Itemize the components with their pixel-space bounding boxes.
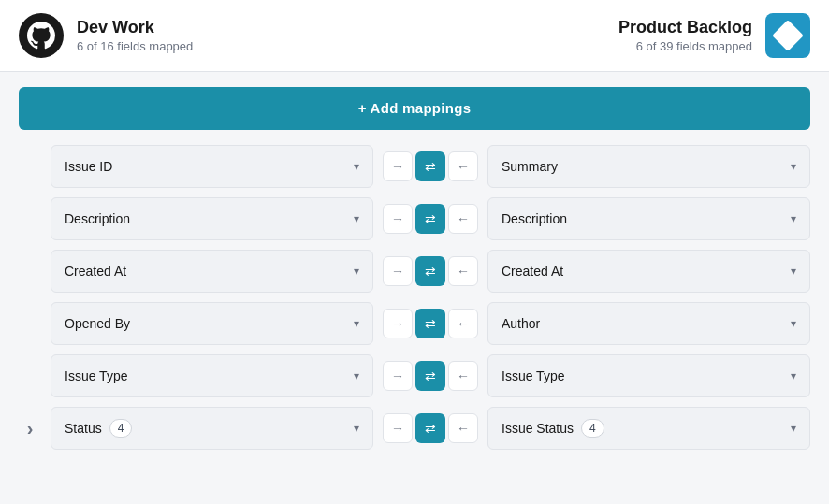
- target-field-5[interactable]: Issue Type▾: [487, 354, 810, 397]
- target-field-3[interactable]: Created At▾: [487, 250, 810, 293]
- direction-controls: →⇄←: [383, 413, 478, 443]
- add-mappings-button[interactable]: + Add mappings: [19, 87, 810, 130]
- diamond-shape: [772, 20, 804, 51]
- arrow-right-button[interactable]: →: [383, 256, 413, 286]
- direction-controls: →⇄←: [383, 361, 478, 391]
- arrow-left-button[interactable]: ←: [448, 256, 478, 286]
- target-field-2[interactable]: Description▾: [487, 197, 810, 240]
- target-chevron-icon: ▾: [791, 160, 796, 173]
- arrow-right-button[interactable]: →: [383, 151, 413, 181]
- target-field-label: Issue Status4: [502, 419, 604, 438]
- source-fields-mapped: 6 of 16 fields mapped: [77, 39, 193, 53]
- source-chevron-icon: ▾: [354, 212, 359, 225]
- target-field-label: Issue Type: [502, 368, 564, 383]
- source-field-4[interactable]: Opened By▾: [51, 302, 373, 345]
- source-logo: [19, 13, 64, 58]
- mapping-row: ›Issue Type▾→⇄←Issue Type▾: [19, 354, 810, 397]
- arrow-left-button[interactable]: ←: [448, 151, 478, 181]
- source-chevron-icon: ▾: [354, 317, 359, 330]
- source-field-label: Status4: [65, 419, 132, 438]
- source-name: Dev Work: [77, 18, 193, 37]
- source-field-label: Created At: [65, 264, 126, 279]
- direction-controls: →⇄←: [383, 309, 478, 338]
- direction-controls: →⇄←: [383, 151, 478, 181]
- direction-controls: →⇄←: [383, 204, 478, 234]
- arrow-right-button[interactable]: →: [383, 204, 413, 234]
- source-field-5[interactable]: Issue Type▾: [51, 354, 373, 397]
- target-section: Product Backlog 6 of 39 fields mapped: [618, 13, 810, 58]
- mapping-row: ›Opened By▾→⇄←Author▾: [19, 302, 810, 345]
- source-field-label: Opened By: [65, 316, 130, 331]
- source-field-badge: 4: [109, 419, 133, 438]
- target-chevron-icon: ▾: [791, 212, 796, 225]
- target-chevron-icon: ▾: [791, 317, 796, 330]
- mapping-row: ›Created At▾→⇄←Created At▾: [19, 250, 810, 293]
- source-chevron-icon: ▾: [354, 369, 359, 382]
- arrow-left-button[interactable]: ←: [448, 413, 478, 443]
- source-field-6[interactable]: Status4▾: [51, 407, 373, 450]
- target-field-badge: 4: [581, 419, 604, 438]
- arrow-left-button[interactable]: ←: [448, 361, 478, 391]
- arrows-both-button[interactable]: ⇄: [415, 413, 445, 443]
- source-field-label: Description: [65, 211, 130, 226]
- arrows-both-button[interactable]: ⇄: [415, 204, 445, 234]
- source-field-label: Issue Type: [65, 368, 127, 383]
- target-field-label: Created At: [502, 264, 563, 279]
- arrows-both-button[interactable]: ⇄: [415, 361, 445, 391]
- add-mappings-label: + Add mappings: [358, 100, 472, 116]
- expand-button[interactable]: ›: [19, 417, 41, 439]
- source-section: Dev Work 6 of 16 fields mapped: [19, 13, 193, 58]
- mappings-list: ›Issue ID▾→⇄←Summary▾›Description▾→⇄←Des…: [0, 145, 829, 450]
- source-chevron-icon: ▾: [354, 265, 359, 278]
- direction-controls: →⇄←: [383, 256, 478, 286]
- source-field-label: Issue ID: [65, 159, 112, 174]
- target-chevron-icon: ▾: [791, 369, 796, 382]
- target-field-label: Description: [502, 211, 567, 226]
- source-field-2[interactable]: Description▾: [51, 197, 373, 240]
- target-logo: [765, 13, 810, 58]
- target-name: Product Backlog: [618, 18, 752, 37]
- source-field-3[interactable]: Created At▾: [51, 250, 373, 293]
- github-icon: [27, 22, 55, 50]
- arrow-right-button[interactable]: →: [383, 309, 413, 338]
- source-field-1[interactable]: Issue ID▾: [51, 145, 373, 188]
- target-field-label: Author: [502, 316, 540, 331]
- target-field-6[interactable]: Issue Status4▾: [487, 407, 810, 450]
- header: Dev Work 6 of 16 fields mapped Product B…: [0, 0, 829, 72]
- mapping-row: ›Issue ID▾→⇄←Summary▾: [19, 145, 810, 188]
- source-chevron-icon: ▾: [354, 160, 359, 173]
- arrow-right-button[interactable]: →: [383, 361, 413, 391]
- target-field-4[interactable]: Author▾: [487, 302, 810, 345]
- arrow-right-button[interactable]: →: [383, 413, 413, 443]
- target-chevron-icon: ▾: [791, 422, 796, 435]
- target-chevron-icon: ▾: [791, 265, 796, 278]
- source-info: Dev Work 6 of 16 fields mapped: [77, 18, 193, 53]
- target-field-1[interactable]: Summary▾: [487, 145, 810, 188]
- mapping-row: ›Description▾→⇄←Description▾: [19, 197, 810, 240]
- source-chevron-icon: ▾: [354, 422, 359, 435]
- arrow-left-button[interactable]: ←: [448, 309, 478, 338]
- arrow-left-button[interactable]: ←: [448, 204, 478, 234]
- target-field-label: Summary: [502, 159, 558, 174]
- arrows-both-button[interactable]: ⇄: [415, 309, 445, 338]
- arrows-both-button[interactable]: ⇄: [415, 256, 445, 286]
- arrows-both-button[interactable]: ⇄: [415, 151, 445, 181]
- mapping-row: ›Status4▾→⇄←Issue Status4▾: [19, 407, 810, 450]
- target-info: Product Backlog 6 of 39 fields mapped: [618, 18, 752, 53]
- target-fields-mapped: 6 of 39 fields mapped: [618, 39, 752, 53]
